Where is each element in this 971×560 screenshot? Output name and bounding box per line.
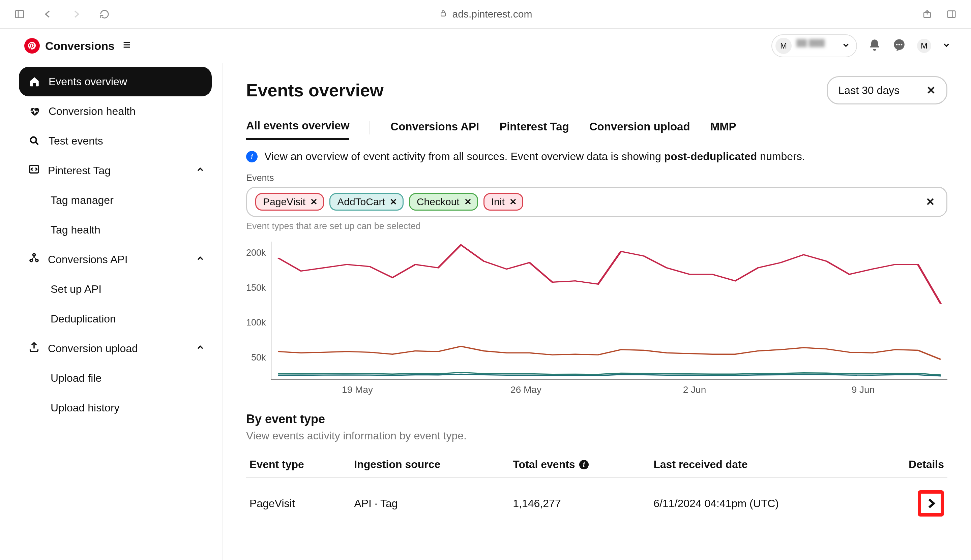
- heartbeat-icon: [28, 105, 40, 117]
- cell-event-type: PageVisit: [246, 478, 351, 525]
- svg-point-10: [896, 44, 898, 45]
- sidebar-item-conversion-health[interactable]: Conversion health: [19, 97, 212, 126]
- tab-mmp[interactable]: MMP: [710, 120, 736, 139]
- sidebar-group-conversions-api[interactable]: Conversions API: [19, 245, 212, 274]
- sidebar-item-label: Conversion health: [48, 105, 135, 118]
- bell-icon[interactable]: [868, 38, 881, 53]
- cell-total: 1,146,277: [510, 478, 650, 525]
- col-event-type[interactable]: Event type: [246, 452, 351, 478]
- sidebar-group-label: Pinterest Tag: [48, 165, 110, 177]
- brand-title: Conversions: [45, 39, 115, 53]
- remove-chip-icon[interactable]: ✕: [310, 197, 318, 207]
- sidebar-group-label: Conversions API: [48, 253, 128, 266]
- sidebar-item-events-overview[interactable]: Events overview: [19, 67, 212, 97]
- sidebar-toggle-icon[interactable]: [13, 8, 26, 20]
- events-chart: 200k 150k 100k 50k: [246, 242, 948, 380]
- sidebar-item-upload-file[interactable]: Upload file: [19, 363, 212, 393]
- table-row: PageVisit API · Tag 1,146,277 6/11/2024 …: [246, 478, 948, 525]
- upload-icon: [28, 341, 40, 355]
- svg-rect-0: [15, 10, 23, 18]
- info-icon: i: [246, 151, 257, 162]
- sidebar-item-set-up-api[interactable]: Set up API: [19, 274, 212, 304]
- page-title: Events overview: [246, 80, 384, 100]
- chevron-up-icon: [196, 342, 205, 355]
- filter-chip-init[interactable]: Init ✕: [483, 193, 523, 211]
- chart-series-pagevisit[interactable]: [278, 245, 941, 304]
- filter-chip-checkout[interactable]: Checkout ✕: [409, 193, 478, 211]
- clear-filters-icon[interactable]: ✕: [923, 195, 938, 208]
- filter-chip-pagevisit[interactable]: PageVisit ✕: [255, 193, 324, 211]
- chevron-down-icon[interactable]: [942, 41, 951, 51]
- account-switcher[interactable]: M ██ ███: [771, 34, 857, 57]
- chevron-up-icon: [196, 253, 205, 266]
- address-url[interactable]: ads.pinterest.com: [453, 8, 532, 20]
- chart-x-axis: 19 May 26 May 2 Jun 9 Jun: [273, 385, 948, 395]
- remove-chip-icon[interactable]: ✕: [390, 197, 397, 207]
- svg-point-11: [899, 44, 900, 45]
- api-icon: [28, 252, 40, 267]
- info-icon[interactable]: i: [579, 460, 589, 469]
- reload-icon[interactable]: [99, 8, 110, 20]
- cell-ingestion: API · Tag: [351, 478, 510, 525]
- back-icon[interactable]: [42, 8, 54, 20]
- svg-rect-4: [948, 11, 956, 18]
- sidebar-item-label: Test events: [48, 135, 103, 147]
- main-content: Events overview Last 30 days ✕ All event…: [222, 63, 971, 560]
- svg-rect-2: [441, 13, 445, 16]
- sidebar-item-label: Events overview: [48, 75, 127, 88]
- chart-series-init[interactable]: [278, 374, 941, 376]
- events-table: Event type Ingestion source Total events…: [246, 452, 948, 525]
- sidebar-group-conversion-upload[interactable]: Conversion upload: [19, 333, 212, 363]
- sidebar-item-tag-health[interactable]: Tag health: [19, 215, 212, 245]
- filter-hint: Event types that are set up can be selec…: [246, 221, 948, 232]
- tag-code-icon: [28, 163, 40, 178]
- svg-point-13: [31, 137, 37, 143]
- by-event-title: By event type: [246, 412, 948, 426]
- home-icon: [28, 76, 40, 87]
- svg-point-16: [33, 254, 35, 256]
- event-filter-input[interactable]: PageVisit ✕ AddToCart ✕ Checkout ✕ Init …: [246, 187, 948, 217]
- sidebar-item-tag-manager[interactable]: Tag manager: [19, 185, 212, 215]
- remove-chip-icon[interactable]: ✕: [464, 197, 472, 207]
- magnifier-icon: [28, 135, 40, 147]
- tab-conversion-upload[interactable]: Conversion upload: [589, 120, 690, 139]
- col-ingestion-source[interactable]: Ingestion source: [351, 452, 510, 478]
- filter-chip-addtocart[interactable]: AddToCart ✕: [329, 193, 404, 211]
- date-range-label: Last 30 days: [839, 84, 899, 97]
- col-last-received[interactable]: Last received date: [650, 452, 876, 478]
- svg-line-14: [36, 142, 38, 145]
- chat-icon[interactable]: [892, 38, 906, 53]
- source-tabs: All events overview Conversions API Pint…: [246, 119, 948, 140]
- date-range-picker[interactable]: Last 30 days ✕: [827, 76, 948, 105]
- details-button[interactable]: [918, 490, 944, 517]
- events-filter-label: Events: [246, 173, 948, 183]
- tab-conversions-api[interactable]: Conversions API: [390, 120, 479, 139]
- chevron-down-icon: [842, 41, 850, 51]
- forward-icon: [70, 8, 82, 20]
- user-avatar[interactable]: M: [917, 39, 931, 53]
- remove-chip-icon[interactable]: ✕: [510, 197, 517, 207]
- tab-all-events[interactable]: All events overview: [246, 119, 349, 140]
- sidebar: Events overview Conversion health Test e…: [0, 63, 222, 560]
- col-total-events[interactable]: Total events i: [510, 452, 650, 478]
- account-avatar: M: [775, 38, 792, 54]
- sidebar-group-pinterest-tag[interactable]: Pinterest Tag: [19, 156, 212, 185]
- account-name: ██ ███: [796, 39, 837, 53]
- app-topbar: Conversions M ██ ███ M: [0, 29, 971, 63]
- cell-last-received: 6/11/2024 04:41pm (UTC): [650, 478, 876, 525]
- chevron-up-icon: [196, 165, 205, 177]
- by-event-subtitle: View events activity information by even…: [246, 430, 948, 442]
- chart-plot-area[interactable]: [271, 242, 948, 380]
- sidebar-item-upload-history[interactable]: Upload history: [19, 393, 212, 423]
- pinterest-logo-icon[interactable]: [24, 38, 40, 53]
- tabs-icon[interactable]: [945, 8, 958, 20]
- sidebar-group-label: Conversion upload: [48, 342, 138, 355]
- svg-point-12: [901, 44, 902, 45]
- share-icon[interactable]: [921, 8, 933, 20]
- tab-pinterest-tag[interactable]: Pinterest Tag: [499, 120, 569, 139]
- close-icon[interactable]: ✕: [926, 84, 936, 97]
- chart-series-addtocart[interactable]: [278, 347, 941, 360]
- sidebar-item-deduplication[interactable]: Deduplication: [19, 304, 212, 333]
- menu-icon[interactable]: [122, 40, 132, 52]
- sidebar-item-test-events[interactable]: Test events: [19, 126, 212, 156]
